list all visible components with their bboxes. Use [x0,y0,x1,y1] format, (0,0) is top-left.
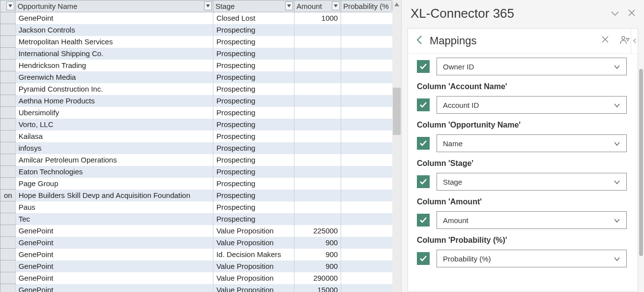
rownum-cell[interactable] [0,142,16,154]
cell-amount[interactable]: 225000 [294,225,341,237]
scrollbar-thumb[interactable] [393,88,401,135]
cell-opportunity-name[interactable]: infosys [15,142,213,154]
cell-stage[interactable]: Prospecting [213,71,294,83]
cell-stage[interactable]: Prospecting [213,119,294,130]
cell-stage[interactable]: Prospecting [213,48,294,60]
collapse-pane-icon[interactable] [631,29,638,53]
rownum-cell[interactable] [0,12,16,24]
mapping-select[interactable]: Account ID [437,96,627,114]
pane-scrollbar-thumb[interactable] [639,69,643,256]
rownum-cell[interactable]: on [0,190,16,201]
rownum-cell[interactable] [0,260,16,272]
cell-opportunity-name[interactable]: GenePoint [15,249,213,260]
table-row[interactable]: KailasaProspecting [0,130,401,142]
cell-amount[interactable] [294,190,341,201]
cell-amount[interactable]: 900 [294,249,341,260]
table-row[interactable]: GenePointValue Proposition900 [0,260,401,272]
cell-stage[interactable]: Prospecting [213,154,294,166]
cell-opportunity-name[interactable]: Jackson Controls [15,24,213,36]
rownum-cell[interactable] [0,107,16,119]
cell-amount[interactable] [294,119,341,130]
cell-stage[interactable]: Prospecting [213,107,294,119]
table-row[interactable]: Greenwich MediaProspecting [0,71,401,83]
table-row[interactable]: Aethna Home ProductsProspecting [0,95,401,107]
table-row[interactable]: Eaton TechnologiesProspecting [0,166,401,178]
mapping-select[interactable]: Amount [437,211,627,229]
table-row[interactable]: Jackson ControlsProspecting [0,24,401,36]
cell-opportunity-name[interactable]: International Shipping Co. [15,48,213,60]
cell-amount[interactable] [294,154,341,166]
rownum-cell[interactable] [0,225,16,237]
rownum-cell[interactable] [0,154,16,166]
cell-opportunity-name[interactable]: GenePoint [15,260,213,272]
rownum-cell[interactable] [0,95,16,107]
table-row[interactable]: GenePointValue Proposition225000 [0,225,401,237]
rownum-cell[interactable] [0,272,16,284]
cell-amount[interactable] [294,130,341,142]
mapping-select[interactable]: Probability (%) [437,250,627,267]
cell-stage[interactable]: Value Proposition [213,225,294,237]
cell-stage[interactable]: Value Proposition [213,272,294,284]
table-row[interactable]: GenePointValue Proposition290000 [0,272,401,284]
cell-stage[interactable]: Prospecting [213,178,294,190]
table-row[interactable]: GenePointId. Decision Makers900 [0,249,401,260]
cell-stage[interactable]: Prospecting [213,201,294,213]
cell-amount[interactable] [294,201,341,213]
cell-amount[interactable] [294,166,341,178]
mapping-checkbox[interactable] [417,98,430,111]
cell-opportunity-name[interactable]: Hope Builders Skill Devp and Acquisition… [15,190,213,201]
mapping-select[interactable]: Name [437,134,627,152]
cell-opportunity-name[interactable]: Ubersimolify [15,107,213,119]
table-row[interactable]: Hendrickson TradingProspecting [0,60,401,71]
cell-amount[interactable]: 290000 [294,272,341,284]
table-row[interactable]: GenePointValue Proposition15000 [0,284,401,292]
cell-opportunity-name[interactable]: Greenwich Media [15,71,213,83]
rownum-cell[interactable] [0,237,16,249]
mapping-checkbox[interactable] [417,137,430,150]
mapping-select[interactable]: Stage [437,173,627,191]
cell-opportunity-name[interactable]: GenePoint [15,12,213,24]
user-settings-icon[interactable] [620,35,630,47]
cell-amount[interactable] [294,24,341,36]
cell-amount[interactable]: 1000 [294,12,341,24]
rownum-cell[interactable] [0,119,16,130]
cell-stage[interactable]: Prospecting [213,166,294,178]
rownum-cell[interactable] [0,284,16,292]
cell-stage[interactable]: Prospecting [213,36,294,48]
rownum-cell[interactable] [0,130,16,142]
filter-dropdown-icon[interactable] [332,1,340,10]
cell-stage[interactable]: Prospecting [213,95,294,107]
cell-opportunity-name[interactable]: Amilcar Petroleum Operations [15,154,213,166]
rownum-cell[interactable] [0,166,16,178]
rownum-cell[interactable] [0,48,16,60]
cell-stage[interactable]: Prospecting [213,83,294,95]
cell-stage[interactable]: Value Proposition [213,284,294,292]
table-row[interactable]: TecProspecting [0,213,401,225]
cell-stage[interactable]: Prospecting [213,130,294,142]
cell-amount[interactable] [294,178,341,190]
table-row[interactable]: UbersimolifyProspecting [0,107,401,119]
rownum-header[interactable] [0,0,16,12]
cell-amount[interactable] [294,60,341,71]
cell-opportunity-name[interactable]: Kailasa [15,130,213,142]
table-row[interactable]: Amilcar Petroleum OperationsProspecting [0,154,401,166]
rownum-cell[interactable] [0,178,16,190]
table-row[interactable]: International Shipping Co.Prospecting [0,48,401,60]
mapping-checkbox[interactable] [417,175,430,188]
rownum-cell[interactable] [0,36,16,48]
cell-stage[interactable]: Value Proposition [213,260,294,272]
cell-opportunity-name[interactable]: Pyramid Construction Inc. [15,83,213,95]
table-row[interactable]: onHope Builders Skill Devp and Acquisiti… [0,190,401,201]
vertical-scrollbar[interactable] [392,0,401,292]
cell-opportunity-name[interactable]: GenePoint [15,272,213,284]
filter-dropdown-icon[interactable] [6,1,14,10]
header-stage[interactable]: Stage [213,0,294,12]
scroll-up-icon[interactable] [393,0,401,9]
cell-amount[interactable] [294,107,341,119]
cell-opportunity-name[interactable]: Paus [15,201,213,213]
rownum-cell[interactable] [0,201,16,213]
cell-opportunity-name[interactable]: GenePoint [15,284,213,292]
cell-amount[interactable] [294,36,341,48]
cell-stage[interactable]: Prospecting [213,60,294,71]
cell-amount[interactable] [294,83,341,95]
